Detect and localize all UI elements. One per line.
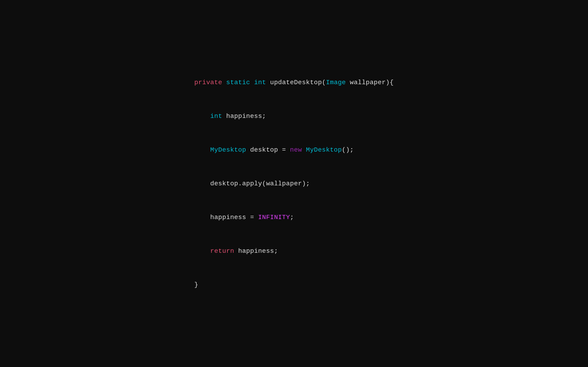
param-text: wallpaper){ <box>346 79 394 86</box>
indent-3 <box>194 146 210 153</box>
line5-end: ; <box>290 214 294 221</box>
code-line-6: return happiness; <box>194 245 394 257</box>
code-line-7: } <box>194 279 394 290</box>
line4-plain: desktop.apply(wallpaper); <box>210 180 310 187</box>
code-display: private static int updateDesktop(Image w… <box>194 54 394 313</box>
code-line-4: desktop.apply(wallpaper); <box>194 178 394 189</box>
keyword-new: new <box>290 146 302 153</box>
line3-rest: desktop = <box>246 146 290 153</box>
class-mydesktop-2: MyDesktop <box>306 146 342 153</box>
indent-2 <box>194 113 210 120</box>
keyword-int-2: int <box>210 113 222 120</box>
type-image: Image <box>326 79 346 86</box>
keyword-return: return <box>210 248 234 255</box>
indent-4 <box>194 180 210 187</box>
code-line-3: MyDesktop desktop = new MyDesktop(); <box>194 144 394 156</box>
code-line-5: happiness = INFINITY; <box>194 212 394 223</box>
code-wallpaper: private static int updateDesktop(Image w… <box>185 45 403 322</box>
keyword-int-1: int <box>254 79 266 86</box>
keyword-private: private <box>194 79 222 86</box>
indent-5 <box>194 214 210 221</box>
space-1 <box>222 79 226 86</box>
class-mydesktop-1: MyDesktop <box>210 146 246 153</box>
line3-end: (); <box>342 146 354 153</box>
line6-rest: happiness; <box>234 248 278 255</box>
space-new <box>302 146 306 153</box>
code-line-2: int happiness; <box>194 110 394 122</box>
method-name: updateDesktop( <box>270 79 326 86</box>
code-line-1: private static int updateDesktop(Image w… <box>194 77 394 88</box>
constant-infinity: INFINITY <box>258 214 290 221</box>
keyword-static: static <box>226 79 250 86</box>
indent-6 <box>194 248 210 255</box>
line5-plain-start: happiness = <box>210 214 258 221</box>
line2-rest: happiness; <box>222 113 266 120</box>
space-2 <box>250 79 254 86</box>
closing-brace: } <box>194 281 198 288</box>
space-3 <box>266 79 270 86</box>
